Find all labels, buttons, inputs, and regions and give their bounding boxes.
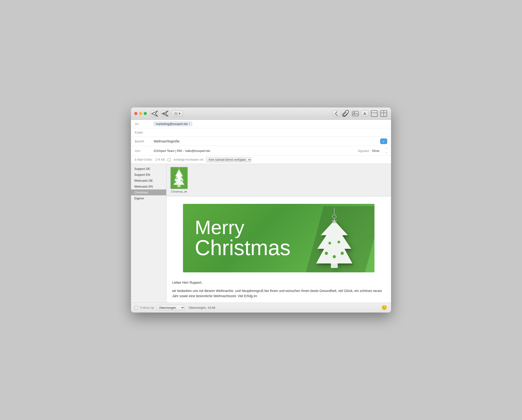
template-label: Christmas_de [171,190,187,193]
banner-christmas: Christmas [195,237,291,258]
recipient-email: marketing@iosxpert.biz [156,122,188,126]
email-paragraph: wir bedanken uns mit diesem Weihnachts- … [172,288,385,299]
email-body-text: Lieber Herr Ruppert, wir bedanken uns mi… [166,276,391,302]
recipient-tag[interactable]: marketing@iosxpert.biz ▾ [154,122,192,126]
template-preview-svg [171,167,187,189]
from-value: iOSXpert Team | RM – hallo@iosxpert.biz [154,149,358,153]
subject-row: Betreff: ✓ [131,137,391,146]
svg-point-23 [325,252,328,255]
minimize-button[interactable] [139,112,142,115]
tree-svg [313,218,356,270]
columns-icon [380,110,387,117]
upload-checkbox[interactable] [168,158,171,161]
svg-rect-6 [371,111,377,117]
size-value: 274 KB [155,158,165,161]
svg-point-18 [175,182,176,183]
signature-label: Signatur: [358,149,370,153]
sidebar-item-webcasts-de[interactable]: Webcasts DE [131,178,166,184]
traffic-lights [134,112,147,115]
from-label: Von: [135,149,154,153]
attachment-button[interactable] [342,110,350,117]
svg-point-25 [341,252,344,255]
subject-label: Betreff: [135,140,154,143]
cc-label: Kopie: [135,131,154,134]
compose-window: ▾ A [131,107,391,312]
columns-button[interactable] [380,110,388,117]
to-label: An: [135,122,154,126]
svg-rect-4 [352,111,358,116]
sidebar-item-support-en[interactable]: Support EN [131,172,166,178]
followup-select[interactable]: Übermorgen [156,305,185,310]
christmas-banner: Merry Christmas [183,204,375,272]
svg-rect-15 [177,185,180,187]
footer-bar: Follow-Up Übermorgen Übermorgen, 14:48 🙂 [131,303,391,313]
banner-merry: Merry [195,218,291,237]
emoji-button[interactable]: 🙂 [381,305,387,310]
size-label: E-Mail-Größe: [135,158,153,161]
toolbar-right: A [332,110,388,117]
followup-time: Übermorgen, 14:48 [189,306,215,309]
body-area: Support DE Support EN Webcasts DE Webcas… [131,164,391,302]
send-again-button[interactable] [161,110,169,117]
upload-select[interactable]: Kein Upload-Dienst verfügbar [206,157,252,162]
back-button[interactable] [332,110,340,117]
template-area: Christmas_de [166,164,391,196]
banner-text: Merry Christmas [195,218,291,258]
template-grid: Christmas_de [170,167,387,193]
font-icon: A [364,112,366,115]
chevron-down-icon: ▾ [189,123,190,125]
email-greeting: Lieber Herr Ruppert, [172,280,385,285]
svg-point-16 [176,178,178,179]
check-button[interactable]: ✓ [380,138,387,144]
layout-icon [370,110,378,117]
signature-select[interactable]: Ohne [372,149,383,153]
layout-button[interactable] [370,110,378,117]
header-area: An: marketing@iosxpert.biz ▾ Kopie: Betr… [131,120,391,164]
svg-point-27 [337,241,340,243]
paper-tree [313,218,356,271]
sidebar-item-eigene[interactable]: Eigene [131,195,166,201]
list-icon [174,112,178,115]
tree-string [334,207,335,215]
sidebar-item-support-de[interactable]: Support DE [131,166,166,172]
send-button[interactable] [151,110,159,117]
email-content-area[interactable]: Merry Christmas [166,196,391,302]
font-button[interactable]: A [361,110,369,117]
svg-point-24 [333,255,336,258]
close-button[interactable] [134,112,137,115]
maximize-button[interactable] [144,112,147,115]
banner-container: Merry Christmas [166,196,391,276]
template-thumbnail [170,167,188,189]
paperclip-icon [342,110,350,117]
sidebar-item-christmas[interactable]: Christmas [131,189,166,195]
followup-label: Follow-Up [140,306,154,309]
upload-label: Anhänge hochladen mit [174,158,203,161]
cc-row: Kopie: [131,128,391,137]
photo-button[interactable] [351,110,359,117]
main-content: Christmas_de Merry Christmas [166,164,391,302]
followup-checkbox[interactable] [135,306,138,309]
template-item[interactable]: Christmas_de [170,167,188,193]
size-row: E-Mail-Größe: 274 KB Anhänge hochladen m… [131,156,391,164]
list-label: ▾ [179,112,180,115]
from-row: Von: iOSXpert Team | RM – hallo@iosxpert… [131,146,391,156]
signature-chevron-icon: ⌃⌄ [385,148,387,154]
subject-input[interactable] [154,139,380,143]
sidebar: Support DE Support EN Webcasts DE Webcas… [131,164,166,302]
tree-container [308,207,360,272]
send-icon [151,110,158,117]
signature-section: Signatur: Ohne ⌃⌄ [358,148,387,154]
list-button[interactable]: ▾ [171,110,183,117]
photo-icon [352,110,359,117]
svg-point-17 [181,180,182,181]
titlebar: ▾ A [131,107,391,120]
send-again-icon [161,110,169,117]
sidebar-item-webcasts-en[interactable]: Webcasts EN [131,184,166,189]
back-icon [333,110,340,117]
svg-point-26 [328,242,331,245]
svg-rect-22 [331,263,338,268]
to-row: An: marketing@iosxpert.biz ▾ [131,120,391,128]
